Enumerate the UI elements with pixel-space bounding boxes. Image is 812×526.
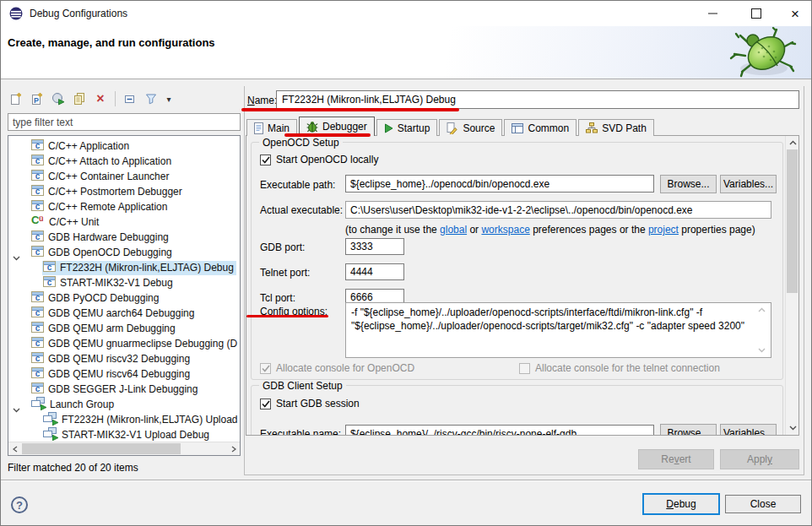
tree-scrollbar-thumb[interactable] [22, 443, 181, 454]
tree-item-label: FT2232H (Mikron-link,ELJTAG) Debug [60, 262, 234, 274]
tree-item[interactable]: cGDB SEGGER J-Link Debugging [8, 382, 240, 397]
close-window-button[interactable]: × [779, 1, 811, 26]
collapse-all-button[interactable] [122, 90, 138, 107]
new-prototype-button[interactable]: P [29, 90, 46, 107]
project-link[interactable]: project [648, 224, 679, 236]
tab-startup[interactable]: Startup [376, 119, 438, 136]
tab-source[interactable]: Source [439, 119, 502, 136]
tree-item[interactable]: cGDB QEMU riscv32 Debugging [8, 351, 240, 366]
tree-item-cell: cGDB PyOCD Debugging [30, 291, 161, 306]
window-title: Debug Configurations [30, 8, 127, 19]
scroll-left-icon[interactable] [8, 442, 21, 455]
gdb-port-label: GDB port: [260, 241, 305, 253]
tree-item[interactable]: cGDB QEMU riscv64 Debugging [8, 366, 240, 382]
gdb-port-input[interactable] [345, 238, 404, 255]
duplicate-configuration-button[interactable] [71, 90, 88, 107]
tab-label: Common [528, 122, 569, 134]
tree-item[interactable]: cC/C++ Application [8, 138, 240, 154]
filter-button[interactable] [143, 90, 160, 107]
scroll-right-icon[interactable] [227, 442, 240, 455]
tree-item-cell: cGDB Hardware Debugging [30, 230, 171, 245]
maximize-button[interactable] [740, 1, 772, 26]
main-tab-icon [254, 122, 263, 134]
tree-item[interactable]: cFT2232H (Mikron-link,ELJTAG) Debug [8, 260, 240, 275]
tree-item[interactable]: START-MIK32-V1 Upload Debug [8, 427, 240, 442]
actual-executable-label: Actual executable: [260, 204, 343, 216]
c-config-icon: c [31, 336, 44, 351]
debug-configurations-dialog: Debug Configurations × Create, manage, a… [0, 0, 812, 526]
tree-item[interactable]: Launch Group [8, 397, 240, 412]
configurations-toolbar: P × [8, 89, 174, 109]
minimize-button[interactable] [696, 1, 728, 26]
tree-item[interactable]: cGDB QEMU arm Debugging [8, 321, 240, 336]
tree-item-label: GDB QEMU riscv32 Debugging [48, 353, 190, 365]
content-vertical-scrollbar[interactable] [785, 136, 798, 435]
launch-group-icon [43, 412, 57, 427]
tree-item[interactable]: cC/C++ Container Launcher [8, 169, 240, 184]
tree-item-label: C/C++ Attach to Application [48, 155, 171, 167]
tab-svd-path[interactable]: SVD Path [578, 119, 654, 136]
tree-horizontal-scrollbar[interactable] [8, 442, 240, 455]
export-configuration-icon [51, 92, 65, 106]
close-button[interactable]: Close [725, 495, 801, 513]
telnet-port-input[interactable] [345, 263, 404, 280]
scroll-down-icon[interactable] [786, 421, 799, 435]
new-configuration-button[interactable] [8, 90, 24, 107]
tree-item[interactable]: CüC/C++ Unit [8, 214, 240, 230]
tree-item-label: START-MIK32-V1 Debug [60, 277, 173, 289]
telnet-port-label: Telnet port: [260, 267, 310, 279]
tree-item-cell: cGDB QEMU gnuarmeclipse Debugging (D [30, 337, 240, 351]
tree-item[interactable]: cC/C++ Attach to Application [8, 154, 240, 169]
tree-item-label: GDB OpenOCD Debugging [48, 247, 172, 258]
tree-item[interactable]: cC/C++ Remote Application [8, 199, 240, 214]
tree-item[interactable]: FT2232H (Mikron-link,ELJTAG) Upload [8, 412, 240, 427]
start-openocd-checkbox[interactable] [260, 155, 271, 165]
new-configuration-icon [9, 92, 23, 106]
allocate-telnet-console-checkbox [519, 363, 530, 374]
allocate-telnet-console-row: Allocate console for the telnet connecti… [519, 362, 720, 374]
tree-item-cell: cGDB OpenOCD Debugging [30, 246, 175, 260]
tree-item-cell: Launch Group [30, 398, 116, 412]
tree-item[interactable]: cGDB Hardware Debugging [8, 230, 240, 245]
tree-item-cell: FT2232H (Mikron-link,ELJTAG) Upload [42, 413, 241, 427]
cpp-unit-icon: Cü [31, 214, 45, 230]
executable-name-input[interactable] [345, 425, 654, 436]
name-input[interactable] [276, 90, 799, 109]
start-gdb-session-checkbox[interactable] [260, 399, 271, 409]
tree-item-label: GDB QEMU riscv64 Debugging [48, 368, 190, 380]
content-scrollbar-thumb[interactable] [787, 149, 798, 293]
help-button[interactable]: ? [11, 496, 28, 513]
minimize-icon [708, 13, 717, 14]
executable-name-label: Executable name: [260, 428, 341, 436]
tree-item[interactable]: cGDB PyOCD Debugging [8, 290, 240, 306]
debugger-tab-content: OpenOCD Setup Start OpenOCD locally Exec… [246, 135, 799, 436]
filter-icon [144, 92, 158, 106]
tree-item[interactable]: cGDB OpenOCD Debugging [8, 245, 240, 260]
workspace-link[interactable]: workspace [481, 224, 529, 236]
debug-button[interactable]: Debug [642, 493, 720, 515]
scroll-up-icon[interactable] [786, 136, 799, 149]
tree-item[interactable]: cC/C++ Postmortem Debugger [8, 184, 240, 199]
config-options-textarea[interactable]: -f "${eclipse_home}/../uploader/openocd-… [345, 302, 771, 358]
export-configuration-button[interactable] [50, 90, 67, 107]
tree-item[interactable]: cGDB QEMU gnuarmeclipse Debugging (D [8, 336, 240, 351]
tree-item[interactable]: cGDB QEMU aarch64 Debugging [8, 306, 240, 321]
executable-path-input[interactable] [345, 175, 654, 193]
browse-button[interactable]: Browse... [660, 424, 717, 436]
global-link[interactable]: global [440, 224, 467, 236]
c-config-icon: c [31, 169, 44, 184]
config-scroll-up-icon [756, 305, 766, 315]
name-label: Name: [247, 95, 277, 106]
filter-input[interactable] [8, 113, 241, 131]
delete-configuration-button[interactable]: × [92, 90, 109, 107]
browse-button[interactable]: Browse... [660, 175, 717, 193]
config-scroll-down-icon [756, 345, 766, 355]
tab-common[interactable]: Common [504, 119, 577, 136]
toolbar-menu-button[interactable]: ▾ [164, 90, 174, 107]
tree-item-label: GDB SEGGER J-Link Debugging [48, 383, 198, 395]
dialog-subtitle: Create, manage, and run configurations [8, 36, 215, 49]
tree-item[interactable]: cSTART-MIK32-V1 Debug [8, 275, 240, 290]
variables-button[interactable]: Variables... [720, 424, 777, 436]
dialog-header: Create, manage, and run configurations [1, 26, 811, 79]
variables-button[interactable]: Variables... [720, 175, 777, 193]
